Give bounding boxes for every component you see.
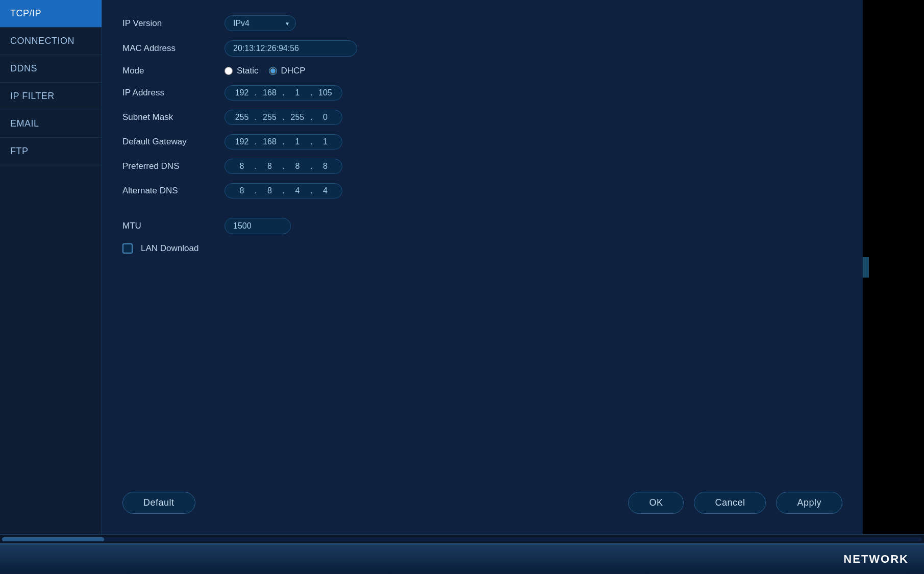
subnet-mask-label: Subnet Mask (122, 112, 224, 122)
subnet-octet2[interactable] (259, 113, 280, 122)
preferred-dns-field: . . . (224, 159, 342, 174)
preferred-dns-row: Preferred DNS . . . (122, 159, 842, 174)
pdns-dot-2: . (282, 162, 284, 171)
sidebar-item-ftp[interactable]: FTP (0, 138, 102, 165)
gateway-dot-1: . (255, 137, 257, 146)
subnet-mask-row: Subnet Mask . . . (122, 110, 842, 125)
mode-dhcp-label[interactable]: DHCP (269, 66, 306, 76)
ip-address-octet1[interactable] (231, 88, 253, 97)
lan-download-checkbox[interactable] (122, 243, 133, 254)
ip-dot-3: . (310, 88, 312, 97)
sidebar-item-email[interactable]: EMAIL (0, 110, 102, 138)
mtu-row: MTU (122, 218, 842, 234)
sidebar-item-connection[interactable]: CONNECTION (0, 28, 102, 55)
button-row: Default OK Cancel Apply (122, 482, 842, 519)
sidebar-item-ddns[interactable]: DDNS (0, 55, 102, 83)
alternate-dns-label: Alternate DNS (122, 186, 224, 196)
adns-dot-1: . (255, 186, 257, 195)
ip-address-row: IP Address . . . (122, 85, 842, 101)
subnet-dot-3: . (310, 113, 312, 122)
action-buttons: OK Cancel Apply (628, 492, 842, 514)
gateway-dot-3: . (310, 137, 312, 146)
subnet-octet4[interactable] (314, 113, 336, 122)
bottom-bar: NETWORK (0, 543, 924, 574)
scroll-bar-area (0, 534, 924, 543)
mac-address-row: MAC Address (122, 40, 842, 57)
form-container: IP Version IPv4 IPv6 MAC Address Mode (122, 15, 842, 482)
default-gateway-row: Default Gateway . . . (122, 134, 842, 149)
ip-dot-1: . (255, 88, 257, 97)
mac-address-input[interactable] (224, 40, 357, 57)
subnet-dot-1: . (255, 113, 257, 122)
gateway-octet3[interactable] (287, 137, 308, 146)
ip-address-octet4[interactable] (314, 88, 336, 97)
default-gateway-label: Default Gateway (122, 137, 224, 147)
apply-button[interactable]: Apply (776, 492, 842, 514)
alternate-dns-octet2[interactable] (259, 186, 280, 195)
mode-label: Mode (122, 66, 224, 76)
content-area: IP Version IPv4 IPv6 MAC Address Mode (102, 0, 863, 534)
alternate-dns-row: Alternate DNS . . . (122, 183, 842, 198)
preferred-dns-label: Preferred DNS (122, 161, 224, 171)
lan-download-label: LAN Download (141, 243, 198, 254)
preferred-dns-octet1[interactable] (231, 162, 253, 171)
mtu-input[interactable] (224, 218, 291, 234)
default-gateway-field: . . . (224, 134, 342, 149)
mtu-label: MTU (122, 221, 224, 231)
adns-dot-3: . (310, 186, 312, 195)
ip-version-label: IP Version (122, 18, 224, 29)
mode-container: Static DHCP (224, 66, 321, 76)
preferred-dns-octet2[interactable] (259, 162, 280, 171)
ip-version-select-wrapper[interactable]: IPv4 IPv6 (224, 15, 296, 31)
ip-address-octet3[interactable] (287, 88, 308, 97)
gateway-octet4[interactable] (314, 137, 336, 146)
preferred-dns-octet3[interactable] (287, 162, 308, 171)
sidebar: TCP/IP CONNECTION DDNS IP FILTER EMAIL F… (0, 0, 102, 534)
panel-handle (863, 257, 869, 278)
ok-button[interactable]: OK (628, 492, 684, 514)
ip-address-label: IP Address (122, 88, 224, 98)
cancel-button[interactable]: Cancel (694, 492, 766, 514)
lan-download-row: LAN Download (122, 243, 842, 254)
alternate-dns-octet3[interactable] (287, 186, 308, 195)
alternate-dns-octet1[interactable] (231, 186, 253, 195)
subnet-dot-2: . (282, 113, 284, 122)
gateway-octet1[interactable] (231, 137, 253, 146)
pdns-dot-1: . (255, 162, 257, 171)
scroll-track[interactable] (2, 537, 922, 541)
mode-dhcp-radio[interactable] (269, 67, 277, 75)
mode-static-radio[interactable] (224, 67, 233, 75)
subnet-octet3[interactable] (287, 113, 308, 122)
gateway-octet2[interactable] (259, 137, 280, 146)
alternate-dns-octet4[interactable] (314, 186, 336, 195)
right-panel (863, 0, 924, 534)
network-label: NETWORK (843, 553, 909, 566)
mode-static-label[interactable]: Static (224, 66, 259, 76)
mac-address-label: MAC Address (122, 43, 224, 54)
scroll-thumb[interactable] (2, 537, 104, 541)
mode-row: Mode Static DHCP (122, 66, 842, 76)
adns-dot-2: . (282, 186, 284, 195)
subnet-mask-field: . . . (224, 110, 342, 125)
ip-version-select[interactable]: IPv4 IPv6 (224, 15, 296, 31)
gateway-dot-2: . (282, 137, 284, 146)
ip-version-row: IP Version IPv4 IPv6 (122, 15, 842, 31)
preferred-dns-octet4[interactable] (314, 162, 336, 171)
ip-address-field: . . . (224, 85, 342, 101)
default-button[interactable]: Default (122, 492, 195, 514)
subnet-octet1[interactable] (231, 113, 253, 122)
ip-dot-2: . (282, 88, 284, 97)
sidebar-item-ip-filter[interactable]: IP FILTER (0, 83, 102, 110)
ip-address-octet2[interactable] (259, 88, 280, 97)
sidebar-item-tcp-ip[interactable]: TCP/IP (0, 0, 102, 28)
pdns-dot-3: . (310, 162, 312, 171)
alternate-dns-field: . . . (224, 183, 342, 198)
